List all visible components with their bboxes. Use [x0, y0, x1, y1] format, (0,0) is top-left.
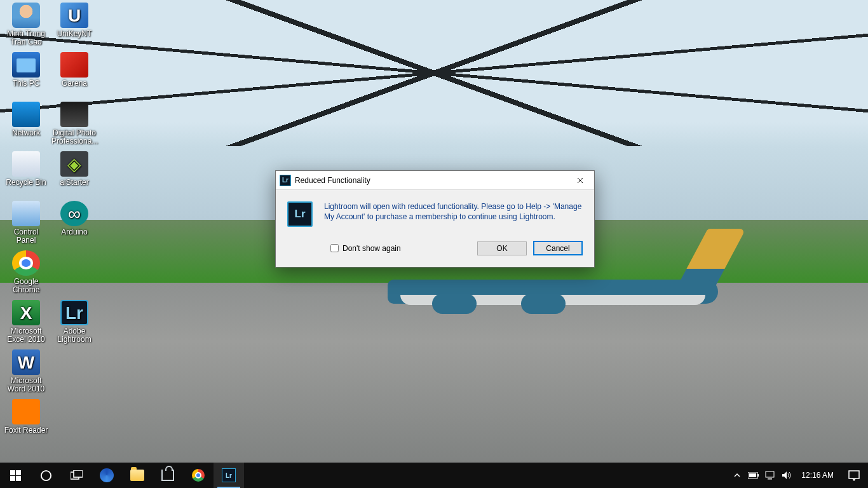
chrome-icon — [12, 250, 40, 276]
desktop-icon-label: Control Panel — [3, 228, 50, 245]
garena-icon — [60, 52, 88, 78]
svg-rect-6 — [74, 470, 83, 477]
windows-icon — [10, 470, 21, 481]
foxit-icon — [12, 399, 40, 424]
desktop-icon-label: This PC — [3, 79, 50, 88]
desktop-icon-control-panel[interactable]: Control Panel — [3, 201, 50, 245]
control-panel-icon — [12, 201, 40, 226]
desktop-icon-label: aiStarter — [51, 179, 98, 187]
desktop-icon-aistarter[interactable]: ◈aiStarter — [51, 151, 98, 187]
dialog-reduced-functionality: Lr Reduced Functionality Lr Lightroom wi… — [275, 170, 595, 268]
taskbar: Lr 12:16 AM — [0, 463, 868, 488]
desktop-icon-label: Adobe Lightroom — [51, 327, 98, 344]
desktop-icon-label: Arduino — [51, 228, 98, 236]
desktop-icon-label: Network — [3, 129, 50, 137]
folder-icon — [130, 470, 144, 481]
pc-icon — [12, 52, 40, 78]
dialog-title: Reduced Functionality — [295, 176, 370, 185]
circle-icon — [40, 470, 52, 482]
dont-show-again-input[interactable] — [330, 244, 339, 252]
close-button[interactable] — [566, 171, 594, 190]
cortana-button[interactable] — [31, 463, 61, 488]
taskbar-store[interactable] — [153, 463, 183, 488]
desktop-icon-unikey[interactable]: UUniKeyNT — [51, 3, 98, 38]
svg-rect-8 — [757, 474, 759, 477]
android-icon: ◈ — [60, 151, 88, 177]
network-icon — [765, 471, 776, 480]
desktop-icon-label: Minh Trung Tran Cao — [3, 30, 50, 46]
dialog-message: Lightroom will open with reduced functio… — [324, 201, 583, 227]
desktop-icon-word[interactable]: WMicrosoft Word 2010 — [3, 349, 50, 393]
svg-rect-11 — [768, 478, 772, 480]
dont-show-again-label: Don't show again — [342, 244, 401, 253]
desktop-icon-label: UniKeyNT — [51, 30, 98, 38]
lightroom-icon: Lr — [287, 201, 313, 227]
arduino-icon: ∞ — [60, 201, 88, 226]
close-icon — [577, 177, 583, 184]
desktop-icon-recycle-bin[interactable]: Recycle Bin — [3, 151, 50, 187]
desktop-icon-chrome[interactable]: Google Chrome — [3, 250, 50, 294]
unikey-icon: U — [60, 3, 88, 28]
dialog-titlebar[interactable]: Lr Reduced Functionality — [276, 171, 594, 190]
svg-rect-1 — [16, 470, 21, 475]
desktop-icon-user[interactable]: Minh Trung Tran Cao — [3, 3, 50, 46]
desktop-icon-lightroom[interactable]: LrAdobe Lightroom — [51, 300, 98, 344]
ok-button[interactable]: OK — [477, 241, 527, 255]
taskbar-edge[interactable] — [92, 463, 122, 488]
clock-text: 12:16 AM — [801, 471, 834, 480]
taskbar-lightroom[interactable]: Lr — [214, 463, 244, 488]
battery-icon — [748, 472, 759, 479]
desktop-icon-label: Digital Photo Professiona... — [51, 129, 98, 146]
tray-overflow-button[interactable] — [729, 473, 745, 478]
desktop-icon-this-pc[interactable]: This PC — [3, 52, 50, 88]
store-icon — [161, 470, 174, 481]
edge-icon — [100, 468, 114, 482]
speaker-icon — [782, 471, 792, 480]
lightroom-icon: Lr — [222, 468, 236, 482]
svg-rect-0 — [10, 470, 15, 475]
recycle-bin-icon — [12, 151, 40, 177]
desktop-icon-label: Google Chrome — [3, 278, 50, 294]
chevron-up-icon — [734, 473, 740, 478]
desktop-icon-dpp[interactable]: Digital Photo Professiona... — [51, 102, 98, 146]
svg-rect-9 — [749, 473, 756, 477]
tray-volume[interactable] — [778, 471, 795, 480]
dialog-body: Lr Lightroom will open with reduced func… — [276, 190, 594, 237]
excel-icon: X — [12, 300, 40, 325]
svg-rect-2 — [10, 476, 15, 481]
task-view-icon — [71, 470, 83, 481]
word-icon: W — [12, 349, 40, 375]
dialog-actions: Don't show again OK Cancel — [276, 237, 594, 267]
taskbar-file-explorer[interactable] — [122, 463, 153, 488]
desktop-icon-garena[interactable]: Garena — [51, 52, 98, 88]
desktop-icon-foxit[interactable]: Foxit Reader — [3, 399, 50, 435]
network-icon — [12, 102, 40, 127]
user-icon — [12, 3, 40, 28]
desktop-icon-network[interactable]: Network — [3, 102, 50, 137]
cancel-button[interactable]: Cancel — [533, 241, 583, 255]
lightroom-icon: Lr — [60, 300, 88, 325]
desktop-icon-label: Recycle Bin — [3, 179, 50, 187]
camera-app-icon — [60, 102, 88, 127]
tray-battery[interactable] — [745, 472, 762, 479]
desktop-icon-label: Microsoft Word 2010 — [3, 377, 50, 393]
desktop-icon-label: Microsoft Excel 2010 — [3, 327, 50, 344]
desktop-icon-label: Foxit Reader — [3, 426, 50, 435]
start-button[interactable] — [0, 463, 31, 488]
system-tray: 12:16 AM — [729, 463, 868, 488]
svg-rect-3 — [16, 476, 21, 481]
lightroom-icon: Lr — [280, 175, 291, 186]
dont-show-again-checkbox[interactable]: Don't show again — [330, 244, 401, 253]
desktop-icon-excel[interactable]: XMicrosoft Excel 2010 — [3, 300, 50, 344]
taskbar-clock[interactable]: 12:16 AM — [795, 471, 840, 480]
taskbar-chrome[interactable] — [183, 463, 214, 488]
tray-network[interactable] — [762, 471, 778, 480]
svg-point-4 — [41, 470, 50, 480]
svg-rect-10 — [766, 471, 774, 477]
task-view-button[interactable] — [61, 463, 92, 488]
desktop-icon-label: Garena — [51, 79, 98, 88]
notification-icon — [848, 470, 860, 481]
svg-rect-12 — [849, 471, 859, 478]
desktop-icon-arduino[interactable]: ∞Arduino — [51, 201, 98, 236]
action-center-button[interactable] — [840, 470, 868, 481]
